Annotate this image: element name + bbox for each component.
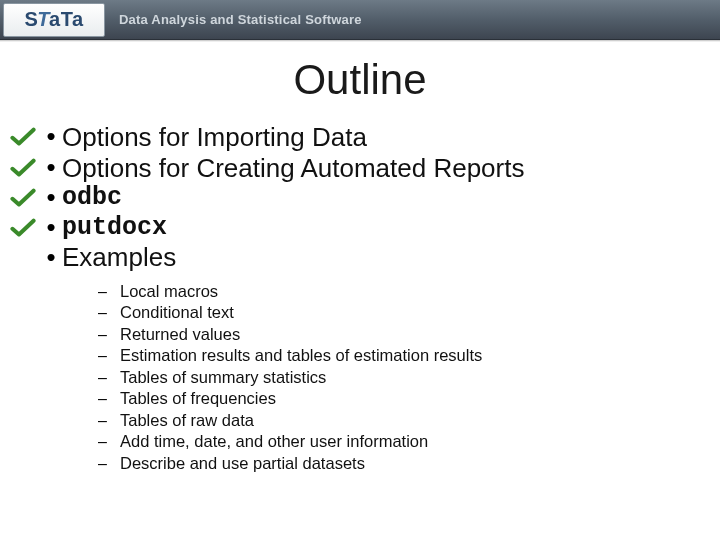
header-tagline: Data Analysis and Statistical Software — [119, 12, 362, 27]
dash-icon: – — [98, 454, 120, 474]
bullet-text: Options for Creating Automated Reports — [62, 153, 524, 184]
bullet-item: • putdocx — [6, 213, 706, 243]
bullet-dot: • — [40, 154, 62, 180]
sub-bullet-text: Returned values — [120, 324, 240, 345]
checkmark-icon — [6, 158, 40, 178]
checkmark-icon — [6, 218, 40, 238]
bullet-item: • odbc — [6, 183, 706, 213]
bullet-text: Examples — [62, 242, 176, 273]
dash-icon: – — [98, 282, 120, 302]
bullet-dot: • — [40, 123, 62, 149]
dash-icon: – — [98, 432, 120, 452]
sub-bullet-text: Tables of summary statistics — [120, 367, 326, 388]
bullet-item: • Options for Importing Data — [6, 122, 706, 153]
sub-bullet-item: –Local macros — [98, 281, 706, 302]
sub-bullet-item: –Tables of frequencies — [98, 388, 706, 409]
sub-bullet-text: Add time, date, and other user informati… — [120, 431, 428, 452]
dash-icon: – — [98, 346, 120, 366]
bullet-dot: • — [40, 214, 62, 240]
sub-bullet-item: –Conditional text — [98, 302, 706, 323]
stata-logo: STaTa — [3, 3, 105, 37]
sub-bullet-text: Tables of raw data — [120, 410, 254, 431]
bullet-dot: • — [40, 184, 62, 210]
sub-bullet-text: Conditional text — [120, 302, 234, 323]
bullet-text: putdocx — [62, 213, 167, 243]
bullet-text: odbc — [62, 183, 122, 213]
sub-bullet-text: Local macros — [120, 281, 218, 302]
sub-bullet-text: Describe and use partial datasets — [120, 453, 365, 474]
sub-bullet-list: –Local macros –Conditional text –Returne… — [98, 281, 706, 474]
sub-bullet-item: –Tables of summary statistics — [98, 367, 706, 388]
slide: STaTa Data Analysis and Statistical Soft… — [0, 0, 720, 540]
bullet-dot: • — [40, 244, 62, 270]
bullet-item: • Examples — [6, 242, 706, 273]
header-divider — [0, 40, 720, 42]
sub-bullet-item: –Estimation results and tables of estima… — [98, 345, 706, 366]
sub-bullet-text: Estimation results and tables of estimat… — [120, 345, 482, 366]
dash-icon: – — [98, 303, 120, 323]
sub-bullet-item: –Returned values — [98, 324, 706, 345]
bullet-text: Options for Importing Data — [62, 122, 367, 153]
header-bar: STaTa Data Analysis and Statistical Soft… — [0, 0, 720, 40]
dash-icon: – — [98, 325, 120, 345]
logo-text: STaTa — [24, 8, 83, 31]
sub-bullet-text: Tables of frequencies — [120, 388, 276, 409]
sub-bullet-item: –Tables of raw data — [98, 410, 706, 431]
sub-bullet-item: –Describe and use partial datasets — [98, 453, 706, 474]
bullet-item: • Options for Creating Automated Reports — [6, 153, 706, 184]
sub-bullet-item: –Add time, date, and other user informat… — [98, 431, 706, 452]
slide-title: Outline — [0, 56, 720, 104]
checkmark-icon — [6, 127, 40, 147]
dash-icon: – — [98, 368, 120, 388]
dash-icon: – — [98, 389, 120, 409]
dash-icon: – — [98, 411, 120, 431]
checkmark-icon — [6, 188, 40, 208]
slide-content: • Options for Importing Data • Options f… — [6, 122, 706, 474]
